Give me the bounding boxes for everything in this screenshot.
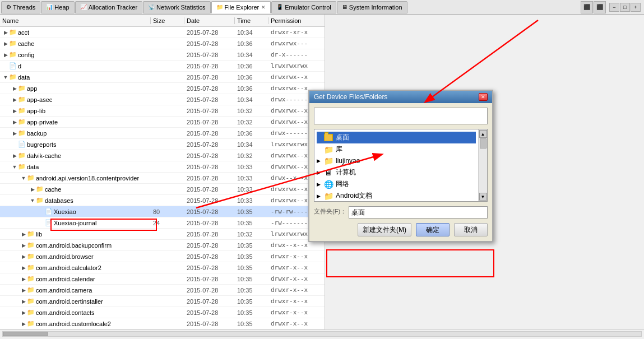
tree-row[interactable]: ▶ 📁 dalvik-cache 2015-07-28 10:32 drwxrw… bbox=[0, 150, 325, 161]
dialog-tree-item[interactable]: 📁 库 bbox=[317, 143, 476, 155]
maximize-button[interactable]: + bbox=[631, 3, 641, 12]
tree-row[interactable]: ▶ 📁 app-lib 2015-07-28 10:32 drwxrwx--x bbox=[0, 105, 325, 117]
dialog-tree-item[interactable]: ▶ 🌐 网络 bbox=[317, 178, 476, 190]
tree-toggle[interactable]: ▶ bbox=[11, 97, 18, 103]
tree-date: 2015-07-28 bbox=[184, 141, 235, 148]
dialog-address-bar[interactable] bbox=[314, 108, 488, 124]
tab-file-explorer[interactable]: 📁 File Explorer ✕ bbox=[211, 1, 271, 13]
tree-item-name: 📄 d bbox=[0, 62, 151, 69]
tree-item-name: ▶ 📁 cache bbox=[0, 185, 151, 193]
tree-folder-icon: 📁 bbox=[27, 286, 35, 294]
ok-button[interactable]: 确定 bbox=[416, 223, 450, 236]
file-tree-panel[interactable]: Name Size Date Time Permission ▶ 📁 acct … bbox=[0, 15, 325, 329]
col-size-header: Size bbox=[151, 17, 184, 24]
tree-row[interactable]: ▶ 📁 app-asec 2015-07-28 10:34 drwx------ bbox=[0, 94, 325, 105]
tree-row[interactable]: 📄 d 2015-07-28 10:36 lrwxrwxrwx bbox=[0, 61, 325, 72]
tree-perm: dr-x------ bbox=[268, 51, 325, 58]
dialog-tree-item[interactable]: ▶ 📁 liujinyao bbox=[317, 155, 476, 166]
scrollbar-track[interactable] bbox=[2, 331, 642, 337]
tree-row[interactable]: ▼ 📁 android.api.version18.contentprovide… bbox=[0, 173, 325, 184]
dialog-folder-input[interactable] bbox=[349, 206, 488, 219]
tree-item-label: app bbox=[27, 85, 37, 92]
minimize-button[interactable]: − bbox=[609, 3, 619, 12]
tree-row[interactable]: ▶ 📁 com.android.certinstaller 2015-07-28… bbox=[0, 296, 325, 307]
tree-row[interactable]: ▶ 📁 app-private 2015-07-28 10:32 drwxrwx… bbox=[0, 117, 325, 128]
tree-toggle[interactable]: ▼ bbox=[2, 75, 9, 80]
tree-toggle[interactable]: ▼ bbox=[11, 164, 18, 170]
tree-row[interactable]: 📄 Xuexiao 80 2015-07-28 10:35 -rw-rw---- bbox=[0, 206, 325, 217]
tree-toggle[interactable]: ▶ bbox=[11, 119, 18, 125]
tab-threads[interactable]: ⚙ Threads bbox=[1, 1, 40, 13]
tree-row[interactable]: ▶ 📁 backup 2015-07-28 10:36 drwx------ bbox=[0, 128, 325, 139]
tree-toggle[interactable]: ▶ bbox=[2, 52, 9, 58]
tree-toggle[interactable]: ▶ bbox=[20, 321, 27, 327]
tree-row[interactable]: ▶ 📁 com.android.backupconfirm 2015-07-28… bbox=[0, 240, 325, 251]
tree-row[interactable]: ▼ 📁 data 2015-07-28 10:36 drwxrwx--x bbox=[0, 72, 325, 83]
tree-toggle[interactable]: ▶ bbox=[20, 243, 27, 248]
tree-folder-icon: 📄 bbox=[45, 219, 53, 226]
scroll-thumb[interactable] bbox=[480, 138, 487, 148]
tree-row[interactable]: ▶ 📁 com.android.contacts 2015-07-28 10:3… bbox=[0, 307, 325, 318]
tree-toggle[interactable]: ▼ bbox=[20, 175, 27, 181]
tree-toggle[interactable]: ▶ bbox=[29, 187, 36, 192]
tree-row[interactable]: ▶ 📁 com.android.calculator2 2015-07-28 1… bbox=[0, 262, 325, 273]
tree-row[interactable]: 📄 bugreports 2015-07-28 10:34 lrwxrwxrwx bbox=[0, 139, 325, 150]
tree-row[interactable]: ▶ 📁 com.android.camera 2015-07-28 10:35 … bbox=[0, 285, 325, 296]
get-device-files-dialog[interactable]: Get Device Files/Folders ✕ 桌面 📁 库 ▶ 📁 li… bbox=[308, 90, 493, 242]
horizontal-scrollbar[interactable] bbox=[0, 329, 644, 337]
tree-toggle[interactable]: ▶ bbox=[20, 254, 27, 259]
tree-toggle[interactable]: ▼ bbox=[29, 198, 36, 203]
tree-toggle[interactable]: ▶ bbox=[2, 30, 9, 35]
tree-row[interactable]: 📄 Xuexiao-journal 24 2015-07-28 10:35 -r… bbox=[0, 217, 325, 229]
scrollbar-thumb[interactable] bbox=[3, 332, 48, 336]
scroll-up-btn[interactable]: ▲ bbox=[479, 130, 487, 138]
allocation-icon: 📈 bbox=[80, 4, 87, 10]
tree-row[interactable]: ▶ 📁 lib 2015-07-28 10:32 lrwxrwxrwx bbox=[0, 229, 325, 240]
tree-toggle[interactable]: ▶ bbox=[20, 299, 27, 304]
tab-close-icon[interactable]: ✕ bbox=[261, 4, 266, 10]
nav-button-1[interactable]: ⬛ bbox=[581, 1, 593, 13]
tree-row[interactable]: ▶ 📁 com.android.calendar 2015-07-28 10:3… bbox=[0, 273, 325, 285]
tab-emulator-control[interactable]: 📱 Emulator Control bbox=[271, 1, 336, 13]
dialog-tree-item[interactable]: ▶ 📁 Android文档 bbox=[317, 190, 476, 201]
dialog-tree-item[interactable]: 桌面 bbox=[317, 132, 476, 143]
tab-allocation-tracker[interactable]: 📈 Allocation Tracker bbox=[75, 1, 142, 13]
tree-toggle[interactable]: ▶ bbox=[20, 276, 27, 282]
dialog-scrollbar[interactable]: ▲ ▼ bbox=[478, 129, 487, 201]
tree-toggle[interactable]: ▶ bbox=[11, 131, 18, 136]
new-folder-button[interactable]: 新建文件夹(M) bbox=[358, 223, 411, 236]
tree-row[interactable]: ▶ 📁 com.android.browser 2015-07-28 10:35… bbox=[0, 251, 325, 262]
restore-button[interactable]: □ bbox=[620, 3, 630, 12]
tab-heap-label: Heap bbox=[54, 4, 69, 11]
tab-network-statistics[interactable]: 📡 Network Statistics bbox=[143, 1, 210, 13]
tree-row[interactable]: ▶ 📁 acct 2015-07-28 10:34 drwxr-xr-x bbox=[0, 27, 325, 38]
scroll-down-btn[interactable]: ▼ bbox=[479, 193, 487, 201]
tree-row[interactable]: ▶ 📁 cache 2015-07-28 10:36 drwxrwx--- bbox=[0, 38, 325, 49]
tree-toggle[interactable]: ▶ bbox=[20, 231, 27, 237]
dialog-close-button[interactable]: ✕ bbox=[479, 93, 488, 101]
tree-toggle[interactable]: ▶ bbox=[20, 310, 27, 315]
dialog-buttons: 新建文件夹(M) 确定 取消 bbox=[314, 223, 488, 236]
tree-row[interactable]: ▶ 📁 app 2015-07-28 10:36 drwxrwx--x bbox=[0, 83, 325, 94]
tree-row[interactable]: ▼ 📁 data 2015-07-28 10:33 drwxrwx--x bbox=[0, 161, 325, 173]
folder-icon: 📁 bbox=[324, 192, 333, 201]
tree-toggle[interactable]: ▶ bbox=[20, 287, 27, 293]
tree-row[interactable]: ▶ 📁 com.android.customlocale2 2015-07-28… bbox=[0, 318, 325, 329]
tree-row[interactable]: ▼ 📁 databases 2015-07-28 10:33 drwxrwx--… bbox=[0, 195, 325, 206]
tab-heap[interactable]: 📊 Heap bbox=[41, 1, 74, 13]
tree-row[interactable]: ▶ 📁 cache 2015-07-28 10:33 drwxrwx--x bbox=[0, 184, 325, 195]
tree-toggle[interactable]: ▶ bbox=[2, 41, 9, 47]
tree-item-label: app-lib bbox=[27, 108, 45, 114]
tree-toggle[interactable]: ▶ bbox=[20, 265, 27, 271]
dialog-tree[interactable]: 桌面 📁 库 ▶ 📁 liujinyao ▶ 🖥 计算机 ▶ 🌐 网络 ▶ 📁 … bbox=[314, 129, 478, 201]
tree-toggle[interactable]: ▶ bbox=[11, 108, 18, 114]
cancel-button[interactable]: 取消 bbox=[454, 223, 488, 236]
dialog-tree-item[interactable]: ▶ 🖥 计算机 bbox=[317, 166, 476, 178]
tab-system-info[interactable]: 🖥 System Information bbox=[337, 1, 407, 13]
dialog-folder-label: 文件夹(F)： bbox=[314, 207, 346, 216]
tree-toggle[interactable]: ▶ bbox=[11, 86, 18, 91]
nav-button-2[interactable]: ⬛ bbox=[594, 1, 606, 13]
tree-toggle[interactable]: ▶ bbox=[11, 153, 18, 159]
tree-time: 10:33 bbox=[235, 175, 268, 182]
tree-row[interactable]: ▶ 📁 config 2015-07-28 10:34 dr-x------ bbox=[0, 49, 325, 61]
